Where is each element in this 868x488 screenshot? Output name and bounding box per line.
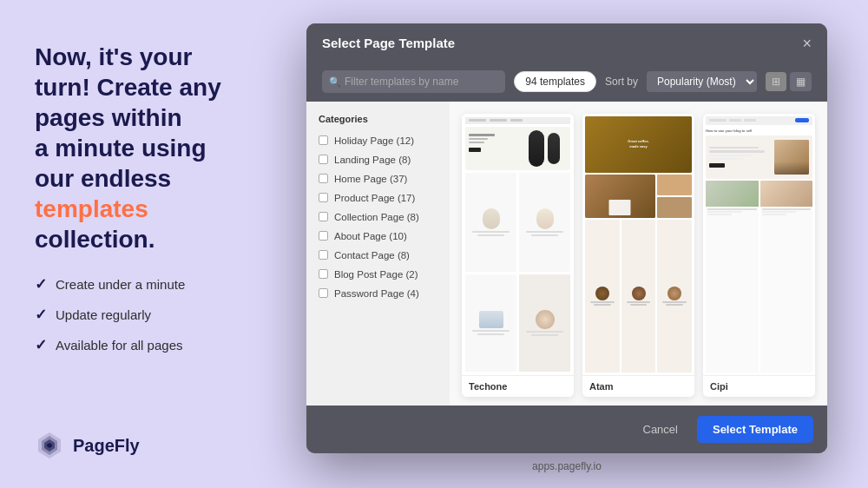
template-card-techone[interactable]: Techone [462,114,574,397]
checklist-item-label: Create under a minute [56,277,185,292]
left-panel: Now, it's your turn! Create any pages wi… [0,0,286,488]
checklist-item-label: Update regularly [56,307,151,322]
url-label: apps.pagefly.io [532,460,602,472]
category-item[interactable]: Landing Page (8) [306,150,450,169]
category-checkbox[interactable] [319,174,328,183]
category-checkbox[interactable] [319,193,328,202]
hero-text: Now, it's your turn! Create any pages wi… [35,42,255,254]
category-label: Landing Page (8) [334,155,411,165]
categories-sidebar: Categories Holiday Page (12)Landing Page… [306,102,450,406]
category-item[interactable]: Contact Page (8) [306,246,450,265]
category-item[interactable]: Home Page (37) [306,169,450,188]
category-checkbox[interactable] [319,288,328,298]
headline-line5: our endless [35,165,171,192]
headline-line2: turn! Create any [35,74,221,101]
pagefly-logo-icon [35,431,64,460]
category-item[interactable]: Product Page (17) [306,188,450,208]
headline-line3: pages within [35,104,182,131]
checkmark-icon: ✓ [35,306,47,324]
categories-title: Categories [306,114,450,131]
list-view-button[interactable]: ▦ [790,72,812,91]
category-label: Home Page (37) [334,174,407,184]
category-checkbox[interactable] [319,231,328,241]
search-wrapper: 🔍 [322,70,505,93]
select-template-button[interactable]: Select Template [697,416,813,443]
modal-title: Select Page Template [322,36,455,50]
checklist-item: ✓Create under a minute [35,275,255,293]
checklist-item-label: Available for all pages [56,338,182,353]
category-label: Password Page (4) [334,288,419,299]
view-toggle: ⊞ ▦ [766,72,812,91]
headline-line4: a minute using [35,135,207,162]
category-label: About Page (10) [334,231,407,241]
template-preview-cipi: How to use your blog to sell [703,114,815,375]
template-preview-atam: Great coffee,made easy [582,114,694,375]
category-item[interactable]: Collection Page (8) [306,208,450,227]
headline-highlight: templates [35,195,148,222]
search-input[interactable] [322,70,505,93]
modal-dialog: Select Page Template × 🔍 94 templates So… [306,23,827,453]
category-label: Product Page (17) [334,193,415,203]
category-checkbox[interactable] [319,269,328,279]
close-button[interactable]: × [802,36,812,51]
template-name-atam: Atam [582,375,694,397]
category-label: Contact Page (8) [334,250,410,260]
right-panel: Select Page Template × 🔍 94 templates So… [286,0,868,488]
headline-line6: collection. [35,226,155,253]
category-item[interactable]: About Page (10) [306,227,450,246]
category-checkbox[interactable] [319,250,328,260]
category-checkbox[interactable] [319,212,328,221]
modal-footer: Cancel Select Template [306,406,827,453]
checkmark-icon: ✓ [35,275,47,293]
checklist-item: ✓Available for all pages [35,336,255,354]
template-name-techone: Techone [462,375,574,397]
template-grid: Techone Great coffee,made easy [450,102,827,406]
category-item[interactable]: Blog Post Page (2) [306,265,450,284]
template-preview-techone [462,114,574,375]
logo-text: PageFly [73,436,140,456]
sort-label: Sort by [605,76,638,88]
grid-view-button[interactable]: ⊞ [766,72,786,91]
category-checkbox[interactable] [319,135,328,145]
checklist-item: ✓Update regularly [35,306,255,324]
modal-header: Select Page Template × [306,23,827,63]
template-card-atam[interactable]: Great coffee,made easy [582,114,694,397]
category-label: Collection Page (8) [334,212,419,222]
logo-area: PageFly [35,431,255,460]
category-label: Holiday Page (12) [334,135,414,146]
checklist: ✓Create under a minute✓Update regularly✓… [35,275,255,354]
template-name-cipi: Cipi [703,375,815,397]
modal-body: Categories Holiday Page (12)Landing Page… [306,102,827,406]
search-icon: 🔍 [329,76,341,87]
count-badge: 94 templates [514,71,596,92]
category-item[interactable]: Password Page (4) [306,284,450,303]
checkmark-icon: ✓ [35,336,47,354]
category-label: Blog Post Page (2) [334,269,418,280]
category-item[interactable]: Holiday Page (12) [306,131,450,150]
template-card-cipi[interactable]: How to use your blog to sell [703,114,815,397]
headline-line1: Now, it's your [35,43,192,70]
sort-select[interactable]: Popularity (Most) [647,71,757,92]
cancel-button[interactable]: Cancel [633,418,688,441]
modal-toolbar: 🔍 94 templates Sort by Popularity (Most)… [306,63,827,102]
category-checkbox[interactable] [319,155,328,164]
